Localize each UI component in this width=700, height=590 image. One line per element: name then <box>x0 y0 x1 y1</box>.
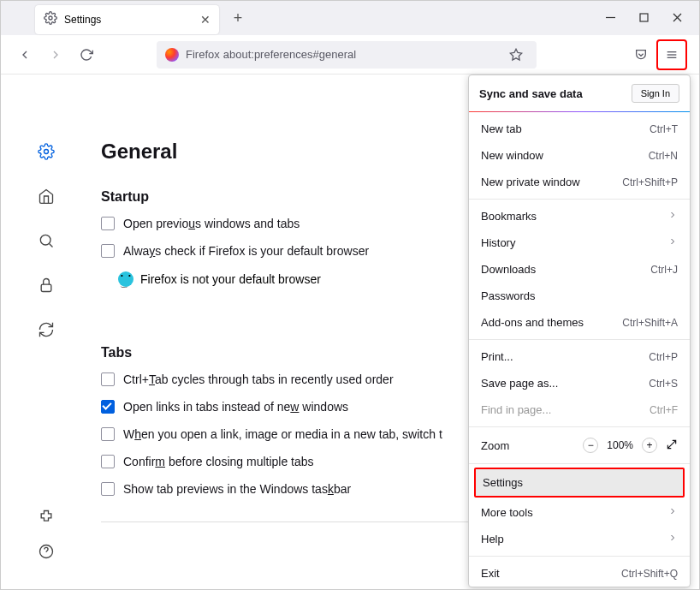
menu-sync-title: Sync and save data <box>479 87 583 100</box>
app-menu-button-highlight <box>656 39 687 70</box>
default-browser-status: Firefox is not your default browser <box>140 272 321 286</box>
url-label: Firefox <box>186 48 220 61</box>
bookmark-star-icon[interactable] <box>504 43 528 67</box>
sad-face-icon <box>118 271 133 287</box>
app-menu: Sync and save data Sign In New tabCtrl+T… <box>468 74 691 587</box>
checkbox-show-preview[interactable] <box>101 482 115 496</box>
label-ctrl-tab: Ctrl+Tab cycles through tabs in recently… <box>123 372 394 386</box>
sidebar-sync-icon[interactable] <box>38 321 55 342</box>
sign-in-button[interactable]: Sign In <box>632 84 679 103</box>
label-switch-to: When you open a link, image or media in … <box>123 427 442 441</box>
gear-icon <box>44 11 57 28</box>
menu-new-tab[interactable]: New tabCtrl+T <box>469 116 690 142</box>
checkbox-open-links[interactable] <box>101 400 115 414</box>
svg-point-10 <box>40 235 50 245</box>
chevron-right-icon <box>667 533 678 545</box>
reload-button[interactable] <box>74 43 98 67</box>
window-close-icon[interactable] <box>673 11 682 25</box>
pocket-button[interactable] <box>629 43 653 67</box>
menu-addons[interactable]: Add-ons and themesCtrl+Shift+A <box>469 309 690 336</box>
sidebar-help-icon[interactable] <box>38 543 55 563</box>
checkbox-confirm-close[interactable] <box>101 455 115 468</box>
checkbox-switch-to[interactable] <box>101 427 115 441</box>
zoom-value: 100% <box>607 439 633 451</box>
menu-zoom: Zoom − 100% + <box>469 431 690 460</box>
app-menu-button[interactable] <box>660 43 684 67</box>
label-open-links: Open links in tabs instead of new window… <box>123 400 348 414</box>
menu-exit[interactable]: ExitCtrl+Shift+Q <box>469 560 690 587</box>
sidebar-home-icon[interactable] <box>38 188 55 208</box>
checkbox-always-check[interactable] <box>101 244 115 258</box>
menu-help[interactable]: Help <box>469 526 690 552</box>
menu-print[interactable]: Print...Ctrl+P <box>469 343 690 370</box>
menu-new-window[interactable]: New windowCtrl+N <box>469 142 690 169</box>
label-confirm-close: Confirm before closing multiple tabs <box>123 455 314 468</box>
tab-close-icon[interactable]: ✕ <box>200 13 211 27</box>
menu-new-private[interactable]: New private windowCtrl+Shift+P <box>469 169 690 195</box>
menu-downloads[interactable]: DownloadsCtrl+J <box>469 256 690 283</box>
back-button[interactable] <box>13 43 37 67</box>
forward-button[interactable] <box>44 43 68 67</box>
svg-rect-2 <box>640 14 648 21</box>
chevron-right-icon <box>667 210 678 223</box>
firefox-icon <box>165 48 179 62</box>
browser-tab[interactable]: Settings ✕ <box>35 5 219 34</box>
svg-point-9 <box>44 150 48 154</box>
window-maximize-icon[interactable] <box>639 11 649 25</box>
url-bar[interactable]: Firefoxabout:preferences#general <box>157 41 537 69</box>
checkbox-ctrl-tab[interactable] <box>101 372 115 386</box>
svg-rect-12 <box>41 284 51 291</box>
sidebar-general-icon[interactable] <box>38 143 55 164</box>
label-show-preview: Show tab previews in the Windows taskbar <box>123 482 351 496</box>
menu-bookmarks[interactable]: Bookmarks <box>469 203 690 229</box>
chevron-right-icon <box>667 236 678 249</box>
zoom-in-button[interactable]: + <box>642 438 657 453</box>
label-open-previous: Open previous windows and tabs <box>123 217 300 230</box>
new-tab-button[interactable]: + <box>226 6 250 30</box>
sidebar-privacy-icon[interactable] <box>38 277 55 297</box>
sidebar <box>1 74 91 589</box>
checkbox-open-previous[interactable] <box>101 217 115 230</box>
zoom-out-button[interactable]: − <box>583 438 598 453</box>
url-text: about:preferences#general <box>223 48 356 61</box>
tab-title: Settings <box>64 14 200 26</box>
window-minimize-icon[interactable] <box>606 11 615 25</box>
menu-gradient-divider <box>469 111 690 112</box>
menu-history[interactable]: History <box>469 229 690 256</box>
menu-find[interactable]: Find in page...Ctrl+F <box>469 396 690 423</box>
fullscreen-icon[interactable] <box>666 438 678 453</box>
sidebar-extensions-icon[interactable] <box>38 509 55 529</box>
window-titlebar: Settings ✕ + <box>1 1 699 35</box>
svg-line-11 <box>49 244 52 247</box>
svg-point-0 <box>49 16 52 20</box>
menu-more-tools[interactable]: More tools <box>469 499 690 526</box>
svg-marker-5 <box>510 49 521 60</box>
menu-settings[interactable]: Settings <box>474 468 685 498</box>
toolbar: Firefoxabout:preferences#general <box>1 35 699 74</box>
label-always-check: Always check if Firefox is your default … <box>123 244 369 258</box>
menu-save-as[interactable]: Save page as...Ctrl+S <box>469 370 690 396</box>
chevron-right-icon <box>667 506 678 519</box>
sidebar-search-icon[interactable] <box>38 232 55 253</box>
menu-passwords[interactable]: Passwords <box>469 283 690 309</box>
